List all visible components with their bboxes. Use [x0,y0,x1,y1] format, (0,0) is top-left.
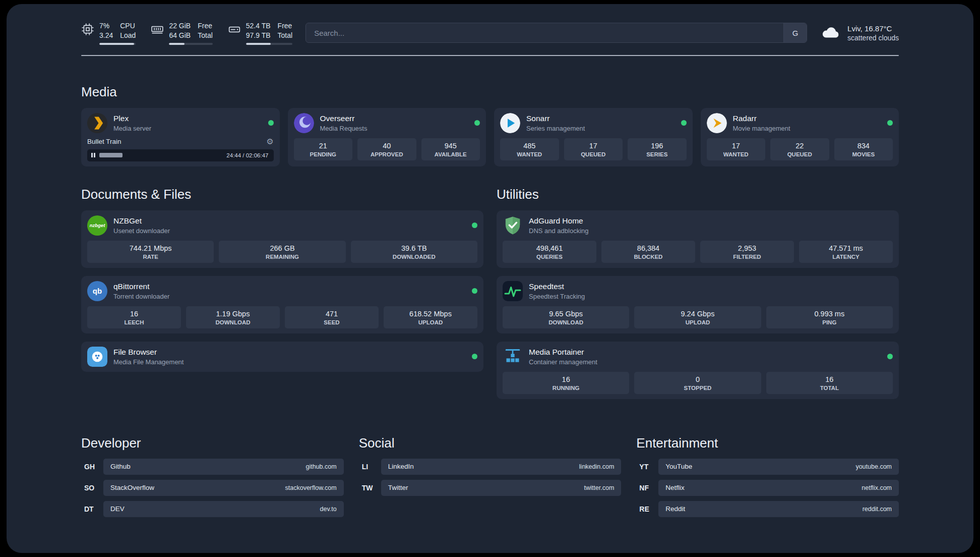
stat-label: MOVIES [836,151,891,157]
bookmark-name: StackOverflow [110,484,154,491]
memory-free-label: Free [198,21,213,31]
service-desc: Media File Management [113,358,183,366]
service-desc: Movie management [733,125,790,132]
pause-icon[interactable] [91,153,95,157]
stat-value: 945 [423,142,478,150]
cpu-load-label: Load [120,31,136,40]
bookmark-abbr: GH [81,463,103,471]
service-name[interactable]: qBittorrent [113,282,169,291]
disk-free-value: 52.4 TB [246,21,271,31]
stat-value: 17 [709,142,764,150]
bookmark-name: YouTube [665,463,692,470]
search-provider-button[interactable]: G [783,23,807,42]
stat-value: 618.52 Mbps [386,310,475,318]
stat-label: DOWNLOADED [353,254,475,260]
bookmark-stackoverflow[interactable]: SO StackOverflow stackoverflow.com [81,480,344,496]
bookmark-abbr: TW [359,484,381,492]
memory-widget: 22 GiB Free 64 GiB Total [151,21,212,45]
service-name[interactable]: Plex [113,114,151,123]
status-indicator [268,120,274,126]
stat-cell: 1.19 Gbps DOWNLOAD [186,306,280,328]
search-input[interactable] [306,29,783,37]
stat-value: 9.24 Gbps [636,310,759,318]
cpu-chip-icon [81,23,94,36]
service-name[interactable]: Overseerr [320,114,368,123]
stat-label: BLOCKED [603,254,693,260]
status-indicator [681,120,687,126]
sonarr-icon [500,113,520,133]
stat-cell: 9.65 Gbps DOWNLOAD [503,306,629,328]
service-name[interactable]: Radarr [733,114,790,123]
stat-cell: 86,384 BLOCKED [601,241,695,263]
dashboard: 7% CPU 3.24 Load [7,4,973,553]
playback-progress-track[interactable] [99,153,223,157]
bookmark-name: LinkedIn [388,463,414,470]
stat-value: 39.6 TB [353,244,475,252]
service-name[interactable]: Sonarr [526,114,585,123]
stat-label: WANTED [709,151,764,157]
stat-label: QUERIES [505,254,594,260]
service-desc: Container management [529,358,597,366]
service-name[interactable]: AdGuard Home [529,216,589,226]
service-card-qbittorrent: qb qBittorrent Torrent downloader 16 [81,276,483,333]
stat-value: 86,384 [603,244,693,252]
service-desc: Series management [526,125,585,132]
disk-usage-bar [246,43,292,45]
service-name[interactable]: Speedtest [529,282,585,291]
speedtest-icon [503,281,523,301]
section-title-social: Social [359,435,622,451]
qbittorrent-icon: qb [87,281,107,301]
disk-free-label: Free [278,21,293,31]
stat-value: 16 [505,375,627,383]
memory-ram-icon [151,23,164,36]
nzbget-icon: nzbget [87,215,107,236]
bookmark-abbr: RE [636,505,658,513]
service-name[interactable]: File Browser [113,348,183,357]
stat-value: 16 [89,310,179,318]
stat-cell: 471 SEED [285,306,379,328]
stat-cell: 618.52 Mbps UPLOAD [384,306,477,328]
stat-label: UPLOAD [636,319,759,325]
bookmark-github[interactable]: GH Github github.com [81,459,344,475]
stat-cell: 945 AVAILABLE [421,138,480,160]
service-name[interactable]: Media Portainer [529,348,597,357]
bookmark-name: Reddit [665,505,685,513]
bookmark-netflix[interactable]: NF Netflix netflix.com [636,480,899,496]
stat-label: LATENCY [801,254,891,260]
stat-cell: 16 LEECH [87,306,181,328]
service-desc: DNS and adblocking [529,227,589,235]
memory-free-value: 22 GiB [169,21,191,31]
service-card-speedtest: Speedtest Speedtest Tracking 9.65 Gbps D… [497,276,899,333]
stat-label: DOWNLOAD [505,319,627,325]
bookmark-linkedin[interactable]: LI LinkedIn linkedin.com [359,459,622,475]
overseerr-icon [294,113,314,133]
settings-gear-icon[interactable]: ⚙ [266,138,273,146]
stat-value: 1.19 Gbps [188,310,278,318]
now-playing-widget: Bullet Train ⚙ 24:44 / 02:06:47 [87,138,274,161]
bookmark-abbr: NF [636,484,658,492]
search-bar: G [305,23,807,43]
service-desc: Usenet downloader [113,227,170,235]
stat-cell: 17 QUEUED [564,138,623,160]
disk-total-value: 97.9 TB [246,31,271,40]
stat-cell: 2,953 FILTERED [700,241,794,263]
service-name[interactable]: NZBGet [113,216,170,226]
bookmark-url: reddit.com [863,506,892,513]
service-card-plex: Plex Media server Bullet Train ⚙ [81,108,280,166]
bookmark-dev[interactable]: DT DEV dev.to [81,501,344,517]
section-title-entertainment: Entertainment [636,435,899,451]
stat-value: 744.21 Mbps [89,244,212,252]
service-card-filebrowser: File Browser Media File Management [81,342,483,372]
stat-label: STOPPED [636,385,759,391]
bookmark-url: stackoverflow.com [285,484,337,491]
bookmark-youtube[interactable]: YT YouTube youtube.com [636,459,899,475]
bookmark-reddit[interactable]: RE Reddit reddit.com [636,501,899,517]
bookmark-url: github.com [306,463,337,470]
stat-cell: 266 GB REMAINING [219,241,345,263]
stat-label: SERIES [630,151,685,157]
cpu-usage-label: CPU [120,21,136,31]
weather-location-temp: Lviv, 16.87°C [847,24,899,33]
bookmark-twitter[interactable]: TW Twitter twitter.com [359,480,622,496]
stat-value: 0.993 ms [768,310,891,318]
bookmark-url: dev.to [320,506,337,513]
